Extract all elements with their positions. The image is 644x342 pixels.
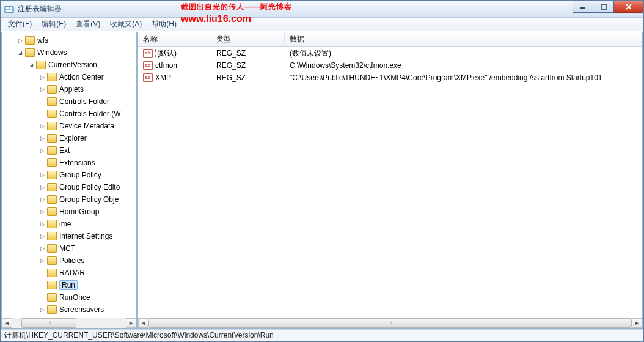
tree-item-label: Group Policy Edito	[59, 183, 120, 191]
string-value-icon: ab	[143, 49, 153, 58]
scroll-left-button[interactable]: ◄	[138, 318, 148, 328]
expander-icon[interactable]	[37, 72, 47, 82]
expander-icon[interactable]	[37, 195, 47, 204]
scroll-thumb[interactable]	[148, 318, 632, 328]
expander-icon[interactable]	[15, 35, 25, 45]
list-hscrollbar[interactable]: ◄ ►	[138, 318, 642, 328]
col-header-name[interactable]: 名称	[138, 32, 211, 46]
expander-none	[37, 158, 47, 168]
expander-icon[interactable]	[37, 305, 47, 314]
menu-help[interactable]: 帮助(H)	[147, 18, 181, 31]
expander-icon[interactable]	[37, 219, 47, 229]
tree-item[interactable]: RADAR	[2, 267, 136, 279]
cell-type: REG_SZ	[211, 73, 285, 82]
expander-icon[interactable]	[15, 48, 25, 58]
expander-icon[interactable]	[37, 256, 47, 266]
expander-icon[interactable]	[37, 84, 47, 94]
folder-icon	[47, 256, 57, 265]
list-row[interactable]: abXMPREG_SZ"C:\Users\Public\THUNDE~1\XMP…	[138, 72, 642, 84]
titlebar[interactable]: 注册表编辑器	[1, 1, 643, 18]
list-pane: 名称 类型 数据 ab(默认)REG_SZ(数值未设置)abctfmonREG_…	[137, 32, 643, 329]
list-row[interactable]: ab(默认)REG_SZ(数值未设置)	[138, 47, 642, 59]
menubar: 文件(F) 编辑(E) 查看(V) 收藏夹(A) 帮助(H)	[1, 18, 643, 31]
expander-icon[interactable]	[37, 243, 47, 253]
tree-item[interactable]: Policies	[2, 255, 136, 267]
cell-name: ab(默认)	[138, 48, 211, 59]
minimize-button[interactable]	[573, 1, 593, 13]
tree-item[interactable]: Group Policy Edito	[2, 181, 136, 193]
tree-item[interactable]: Controls Folder (W	[2, 108, 136, 120]
folder-icon	[47, 195, 57, 204]
tree-item-label: RADAR	[59, 269, 85, 277]
expander-none	[37, 268, 47, 278]
scroll-right-button[interactable]: ►	[126, 318, 136, 328]
list-header: 名称 类型 数据	[138, 32, 642, 47]
folder-icon	[25, 48, 35, 57]
statusbar-path: 计算机\HKEY_CURRENT_USER\Software\Microsoft…	[4, 330, 274, 341]
maximize-button[interactable]	[593, 1, 614, 13]
expander-icon[interactable]	[37, 146, 47, 155]
col-header-type[interactable]: 类型	[211, 32, 285, 46]
menu-favorites[interactable]: 收藏夹(A)	[105, 18, 147, 31]
expander-icon[interactable]	[37, 170, 47, 180]
tree-item[interactable]: Screensavers	[2, 303, 136, 316]
tree-view[interactable]: wfsWindowsCurrentVersionAction CenterApp…	[2, 32, 136, 318]
list-row[interactable]: abctfmonREG_SZC:\Windows\System32\ctfmon…	[138, 59, 642, 72]
tree-item[interactable]: ime	[2, 218, 136, 230]
tree-item[interactable]: Explorer	[2, 132, 136, 144]
cell-data: C:\Windows\System32\ctfmon.exe	[285, 61, 642, 70]
folder-icon	[47, 110, 57, 118]
tree-item[interactable]: Internet Settings	[2, 230, 136, 242]
tree-item[interactable]: Windows	[2, 46, 136, 59]
tree-item-label: CurrentVersion	[48, 61, 97, 69]
tree-item[interactable]: Device Metadata	[2, 120, 136, 132]
tree-item[interactable]: Extensions	[2, 157, 136, 169]
folder-icon	[47, 134, 57, 143]
col-header-data[interactable]: 数据	[285, 32, 642, 46]
expander-icon[interactable]	[37, 182, 47, 192]
tree-item-label: Windows	[37, 48, 67, 57]
menu-view[interactable]: 查看(V)	[71, 18, 105, 31]
expander-icon[interactable]	[37, 207, 47, 217]
folder-icon	[47, 171, 57, 179]
tree-hscrollbar[interactable]: ◄ ►	[2, 318, 136, 328]
close-button[interactable]	[614, 1, 643, 13]
tree-item[interactable]: RunOnce	[2, 291, 136, 303]
tree-item[interactable]: CurrentVersion	[2, 59, 136, 71]
expander-icon[interactable]	[26, 60, 36, 70]
tree-item[interactable]: Action Center	[2, 71, 136, 83]
folder-icon	[47, 183, 57, 191]
value-name: (默认)	[155, 48, 178, 59]
svg-rect-0	[5, 6, 13, 13]
scroll-right-button[interactable]: ►	[632, 318, 642, 328]
expander-icon[interactable]	[37, 133, 47, 143]
scroll-left-button[interactable]: ◄	[2, 318, 12, 328]
expander-icon[interactable]	[37, 121, 47, 131]
scroll-track[interactable]	[12, 318, 126, 328]
scroll-track[interactable]	[148, 318, 632, 328]
scroll-thumb[interactable]	[21, 318, 76, 328]
menu-edit[interactable]: 编辑(E)	[37, 18, 71, 31]
tree-item[interactable]: Group Policy	[2, 169, 136, 181]
tree-item[interactable]: wfs	[2, 34, 136, 46]
tree-item[interactable]: Applets	[2, 83, 136, 95]
statusbar: 计算机\HKEY_CURRENT_USER\Software\Microsoft…	[1, 329, 643, 341]
tree-item[interactable]: Ext	[2, 144, 136, 157]
tree-item-label: Policies	[59, 256, 84, 265]
menu-file[interactable]: 文件(F)	[3, 18, 37, 31]
cell-type: REG_SZ	[211, 49, 285, 58]
tree-item[interactable]: Group Policy Obje	[2, 193, 136, 206]
window-title: 注册表编辑器	[18, 4, 62, 14]
tree-item[interactable]: HomeGroup	[2, 206, 136, 218]
tree-item[interactable]: Controls Folder	[2, 95, 136, 108]
cell-data: "C:\Users\Public\THUNDE~1\XMP4\Core\Prog…	[285, 73, 642, 82]
tree-item[interactable]: MCT	[2, 242, 136, 255]
minimize-icon	[580, 4, 586, 10]
expander-icon[interactable]	[37, 231, 47, 241]
folder-icon	[47, 158, 57, 167]
tree-item[interactable]: Run	[2, 279, 136, 291]
folder-icon	[47, 97, 57, 106]
folder-icon	[47, 281, 57, 289]
tree-item-label: ime	[59, 220, 71, 228]
list-view[interactable]: ab(默认)REG_SZ(数值未设置)abctfmonREG_SZC:\Wind…	[138, 47, 642, 318]
